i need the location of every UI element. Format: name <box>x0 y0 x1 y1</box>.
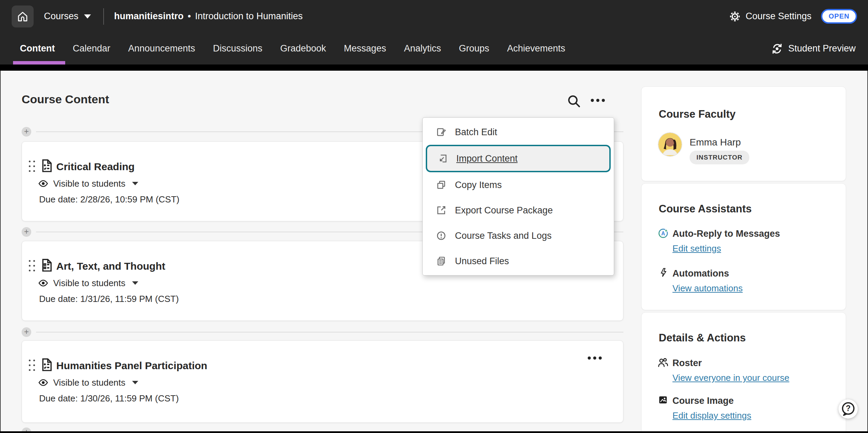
active-tab-indicator <box>13 61 65 65</box>
course-settings-button[interactable]: Course Settings <box>729 11 811 22</box>
chevron-down-icon[interactable] <box>84 14 91 19</box>
course-title: Introduction to Humanities <box>195 11 303 22</box>
content-item-title[interactable]: Critical Reading <box>56 161 134 173</box>
gear-icon <box>729 11 741 22</box>
content-item-title[interactable]: Humanities Panel Participation <box>56 360 207 372</box>
tab-groups[interactable]: Groups <box>459 43 489 54</box>
add-content-button[interactable]: + <box>22 127 31 137</box>
ellipsis-icon <box>591 99 594 102</box>
topbar-divider <box>103 8 104 25</box>
menu-item-label: Course Tasks and Logs <box>455 231 552 241</box>
menu-item-unused-files[interactable]: Unused Files <box>423 248 614 274</box>
home-button[interactable] <box>12 5 34 27</box>
tab-announcements[interactable]: Announcements <box>128 43 195 54</box>
student-preview-icon <box>771 43 783 55</box>
tab-gradebook[interactable]: Gradebook <box>280 43 326 54</box>
course-faculty-card: Course Faculty Emma Harp INSTRUCTOR <box>641 86 846 181</box>
view-automations-link[interactable]: View automations <box>672 283 743 294</box>
breadcrumb: humanitiesintro • Introduction to Humani… <box>114 11 303 22</box>
course-status-badge[interactable]: OPEN <box>821 9 857 24</box>
menu-item-label: Batch Edit <box>455 127 497 138</box>
tab-calendar[interactable]: Calendar <box>73 43 110 54</box>
visibility-label: Visible to students <box>53 178 126 189</box>
breadcrumb-separator: • <box>188 11 191 22</box>
visibility-dropdown[interactable]: Visible to students <box>38 178 138 189</box>
visibility-label: Visible to students <box>53 377 126 388</box>
visibility-dropdown[interactable]: Visible to students <box>38 278 138 289</box>
search-button[interactable] <box>566 93 581 110</box>
visibility-dropdown[interactable]: Visible to students <box>38 377 138 388</box>
add-content-divider: + <box>22 327 623 337</box>
top-bar: Courses humanitiesintro • Introduction t… <box>0 0 868 33</box>
lightning-icon <box>658 267 669 278</box>
tab-analytics[interactable]: Analytics <box>404 43 441 54</box>
assessment-icon <box>39 157 54 175</box>
batch-edit-icon <box>436 127 447 138</box>
assessment-icon <box>39 356 54 374</box>
chevron-down-icon <box>132 281 138 285</box>
add-content-button[interactable]: + <box>22 227 31 237</box>
eye-icon <box>38 178 49 189</box>
window-bottom-border <box>0 431 868 433</box>
auto-reply-title: Auto-Reply to Messages <box>672 229 780 239</box>
home-icon <box>17 11 28 22</box>
role-badge: INSTRUCTOR <box>690 151 749 164</box>
instructor-name: Emma Harp <box>690 137 741 148</box>
content-item-title[interactable]: Art, Text, and Thought <box>56 260 165 272</box>
roster-icon <box>657 356 669 369</box>
menu-item-label: Unused Files <box>455 256 509 267</box>
import-content-icon <box>437 153 448 164</box>
menu-item-export-package[interactable]: Export Course Package <box>423 198 614 223</box>
tab-messages[interactable]: Messages <box>344 43 386 54</box>
page-title: Course Content <box>22 93 109 106</box>
menu-item-import-content[interactable]: Import Content <box>426 145 611 172</box>
item-more-button[interactable] <box>588 356 602 360</box>
student-preview-label: Student Preview <box>788 43 856 54</box>
tab-content[interactable]: Content <box>20 43 55 54</box>
eye-icon <box>38 278 49 289</box>
files-icon <box>436 256 447 267</box>
drag-handle-icon[interactable] <box>29 360 35 371</box>
edit-display-settings-link[interactable]: Edit display settings <box>672 410 751 421</box>
add-content-button[interactable]: + <box>22 327 31 337</box>
export-icon <box>436 205 447 216</box>
student-preview-button[interactable]: Student Preview <box>771 33 856 65</box>
menu-item-copy-items[interactable]: Copy Items <box>423 172 614 198</box>
avatar[interactable] <box>658 133 682 156</box>
svg-text:A: A <box>661 231 665 236</box>
course-content-more-button[interactable] <box>591 99 605 102</box>
drag-handle-icon[interactable] <box>29 260 35 271</box>
course-nav: Content Calendar Announcements Discussio… <box>0 33 868 65</box>
tab-achievements[interactable]: Achievements <box>507 43 565 54</box>
alert-circle-icon <box>436 230 447 241</box>
due-date: Due date: 2/28/26, 10:59 PM (CST) <box>39 194 179 205</box>
app-window: Courses humanitiesintro • Introduction t… <box>0 0 868 433</box>
assistants-heading: Course Assistants <box>659 203 752 215</box>
course-settings-label: Course Settings <box>746 11 811 22</box>
search-icon <box>566 93 581 108</box>
chevron-down-icon <box>132 381 138 384</box>
drag-handle-icon[interactable] <box>29 161 35 172</box>
menu-item-label: Export Course Package <box>455 205 553 216</box>
faculty-heading: Course Faculty <box>659 108 736 120</box>
course-assistants-card: Course Assistants A Auto-Reply to Messag… <box>641 183 846 310</box>
eye-icon <box>38 377 49 388</box>
automations-title: Automations <box>672 268 729 279</box>
edit-settings-link[interactable]: Edit settings <box>672 243 721 254</box>
due-date: Due date: 1/30/26, 11:59 PM (CST) <box>39 393 179 404</box>
details-actions-card: Details & Actions Roster View everyone i… <box>641 312 846 433</box>
content-item-card: Humanities Panel Participation Visible t… <box>22 340 623 423</box>
course-image-title: Course Image <box>672 396 734 406</box>
course-content-menu: Batch Edit Import Content Copy Items <box>422 117 614 276</box>
due-date: Due date: 1/31/26, 11:59 PM (CST) <box>39 294 179 304</box>
help-button[interactable]: ? <box>838 399 858 419</box>
copy-icon <box>436 179 447 190</box>
tab-discussions[interactable]: Discussions <box>213 43 262 54</box>
roster-title: Roster <box>672 358 702 368</box>
menu-item-batch-edit[interactable]: Batch Edit <box>423 119 614 145</box>
chevron-down-icon <box>132 182 138 185</box>
course-id: humanitiesintro <box>114 11 184 22</box>
menu-item-tasks-logs[interactable]: Course Tasks and Logs <box>423 223 614 248</box>
courses-menu[interactable]: Courses <box>44 11 79 22</box>
view-roster-link[interactable]: View everyone in your course <box>672 373 789 383</box>
